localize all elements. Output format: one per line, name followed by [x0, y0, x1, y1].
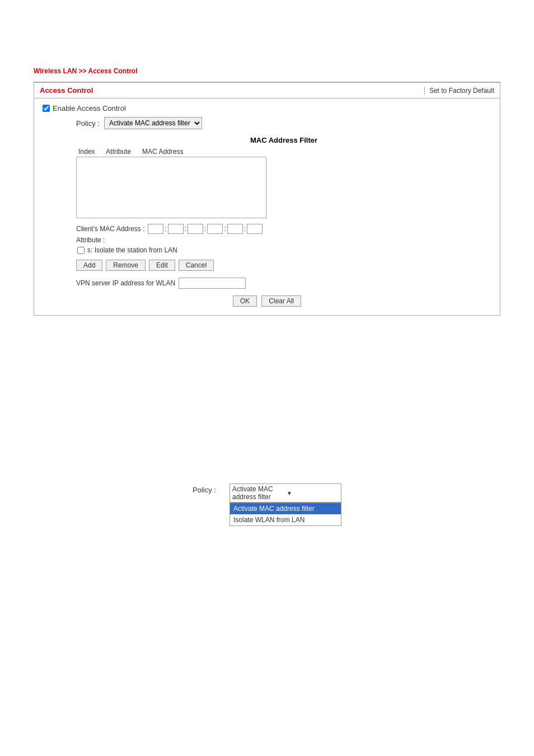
- vpn-input[interactable]: [179, 278, 246, 289]
- dropdown-policy-label: Policy :: [193, 486, 218, 494]
- ok-row: OK Clear All: [43, 295, 491, 307]
- mac-table-header: Index Attribute MAC Address: [76, 148, 491, 156]
- mac-octet-6[interactable]: [247, 224, 263, 234]
- enable-access-control-row: Enable Access Control: [43, 104, 491, 112]
- policy-label: Policy :: [76, 119, 100, 128]
- panel-header: Access Control Set to Factory Default: [34, 83, 500, 98]
- dropdown-option-activate[interactable]: Activate MAC address filter: [230, 503, 341, 514]
- mac-octet-5[interactable]: [227, 224, 243, 234]
- col-attribute: Attribute: [106, 148, 131, 156]
- panel-title: Access Control: [40, 86, 93, 95]
- dropdown-selected-text: Activate MAC address filter: [232, 485, 284, 501]
- breadcrumb: Wireless LAN >> Access Control: [34, 67, 500, 75]
- col-mac-address: MAC Address: [142, 148, 183, 156]
- clear-all-button[interactable]: Clear All: [261, 295, 301, 307]
- vpn-label: VPN server IP address for WLAN: [76, 279, 175, 287]
- mac-input-group: : : : : :: [148, 224, 263, 234]
- isolate-station-label: s: Isolate the station from LAN: [87, 246, 177, 254]
- dropdown-select-display[interactable]: Activate MAC address filter ▼: [229, 483, 341, 503]
- enable-access-control-label: Enable Access Control: [53, 104, 126, 112]
- mac-octet-4[interactable]: [207, 224, 223, 234]
- policy-select[interactable]: Activate MAC address filterIsolate WLAN …: [104, 117, 202, 129]
- edit-button[interactable]: Edit: [149, 260, 175, 271]
- mac-octet-3[interactable]: [188, 224, 203, 234]
- col-index: Index: [78, 148, 95, 156]
- mac-table-body: [76, 157, 266, 218]
- client-mac-label: Client's MAC Address :: [76, 225, 144, 233]
- enable-access-control-checkbox[interactable]: [43, 105, 50, 112]
- attribute-checkbox-row: s: Isolate the station from LAN: [77, 246, 491, 254]
- button-row: Add Remove Edit Cancel: [76, 260, 491, 271]
- mac-filter-title: MAC Address Filter: [76, 136, 491, 144]
- mac-octet-1[interactable]: [148, 224, 163, 234]
- vpn-row: VPN server IP address for WLAN: [76, 278, 491, 289]
- cancel-button[interactable]: Cancel: [179, 260, 214, 271]
- isolate-station-checkbox[interactable]: [77, 247, 85, 254]
- remove-button[interactable]: Remove: [106, 260, 146, 271]
- add-button[interactable]: Add: [76, 260, 102, 271]
- ok-button[interactable]: OK: [233, 295, 257, 307]
- set-factory-default-link[interactable]: Set to Factory Default: [424, 87, 494, 95]
- dropdown-demo-section: Policy : Activate MAC address filter ▼ A…: [34, 483, 500, 503]
- mac-octet-2[interactable]: [168, 224, 184, 234]
- panel-body: Enable Access Control Policy : Activate …: [34, 98, 500, 315]
- dropdown-arrow-icon: ▼: [287, 490, 339, 496]
- mac-filter-section: MAC Address Filter Index Attribute MAC A…: [76, 136, 491, 289]
- dropdown-container: Activate MAC address filter ▼ Activate M…: [229, 483, 341, 503]
- attribute-label-row: Attribute :: [76, 236, 491, 244]
- dropdown-option-isolate[interactable]: Isolate WLAN from LAN: [230, 514, 341, 525]
- access-control-panel: Access Control Set to Factory Default En…: [34, 82, 500, 316]
- policy-row: Policy : Activate MAC address filterIsol…: [76, 117, 491, 129]
- dropdown-options: Activate MAC address filter Isolate WLAN…: [229, 503, 341, 526]
- client-mac-row: Client's MAC Address : : : : : :: [76, 224, 491, 234]
